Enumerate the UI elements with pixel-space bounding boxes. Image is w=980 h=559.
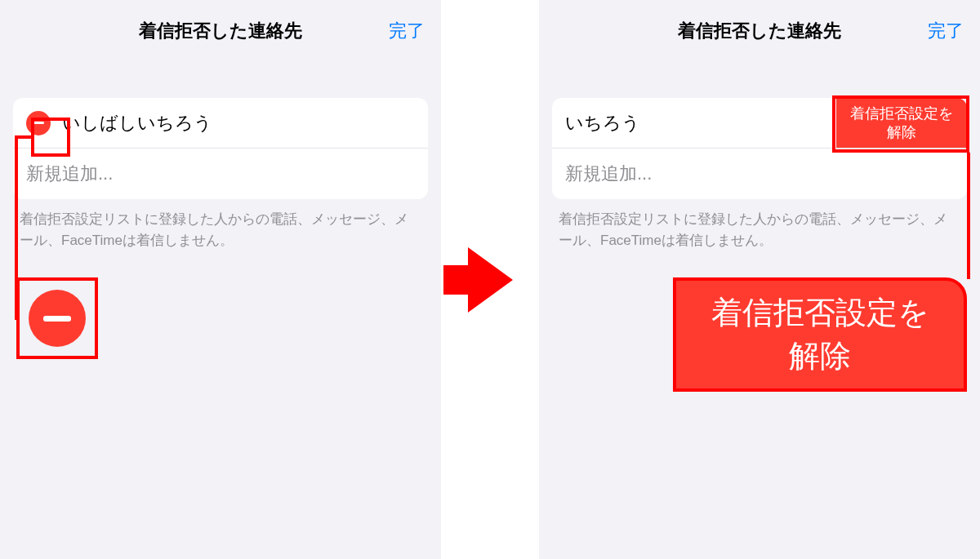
arrow-right-icon — [468, 247, 513, 313]
unblock-button[interactable]: 着信拒否設定を 解除 — [836, 98, 967, 149]
delete-icon[interactable] — [26, 111, 51, 135]
annotation-connector — [967, 153, 970, 279]
delete-icon-large — [29, 290, 86, 347]
add-new-label: 新規追加... — [565, 162, 652, 186]
page-title: 着信拒否した連絡先 — [139, 19, 302, 43]
screen-after: 着信拒否した連絡先 完了 いちろう 着信拒否設定を 解除 新規追加... 着信拒… — [539, 0, 980, 559]
done-button[interactable]: 完了 — [389, 19, 425, 43]
add-new-row[interactable]: 新規追加... — [13, 149, 428, 199]
blocked-list: いしばしいちろう 新規追加... — [13, 98, 428, 199]
footer-description: 着信拒否設定リストに登録した人からの電話、メッセージ、メール、FaceTimeは… — [20, 209, 421, 251]
step-arrow-container — [441, 0, 539, 559]
add-new-row[interactable]: 新規追加... — [552, 149, 967, 199]
contact-name: いちろう — [565, 111, 640, 135]
annotation-callout-delete-icon — [16, 277, 98, 359]
footer-description: 着信拒否設定リストに登録した人からの電話、メッセージ、メール、FaceTimeは… — [559, 209, 960, 251]
add-new-label: 新規追加... — [26, 162, 113, 186]
contact-name: いしばしいちろう — [62, 111, 212, 135]
done-button[interactable]: 完了 — [928, 19, 964, 43]
annotation-callout-unblock: 着信拒否設定を 解除 — [673, 277, 967, 392]
header: 着信拒否した連絡先 完了 — [539, 0, 980, 61]
blocked-list: いちろう 着信拒否設定を 解除 新規追加... — [552, 98, 967, 199]
blocked-contact-row[interactable]: いしばしいちろう — [13, 98, 428, 149]
screen-before: 着信拒否した連絡先 完了 いしばしいちろう 新規追加... 着信拒否設定リストに… — [0, 0, 441, 559]
blocked-contact-row[interactable]: いちろう 着信拒否設定を 解除 — [552, 98, 967, 149]
header: 着信拒否した連絡先 完了 — [0, 0, 441, 61]
annotation-connector — [15, 135, 18, 320]
page-title: 着信拒否した連絡先 — [678, 19, 841, 43]
